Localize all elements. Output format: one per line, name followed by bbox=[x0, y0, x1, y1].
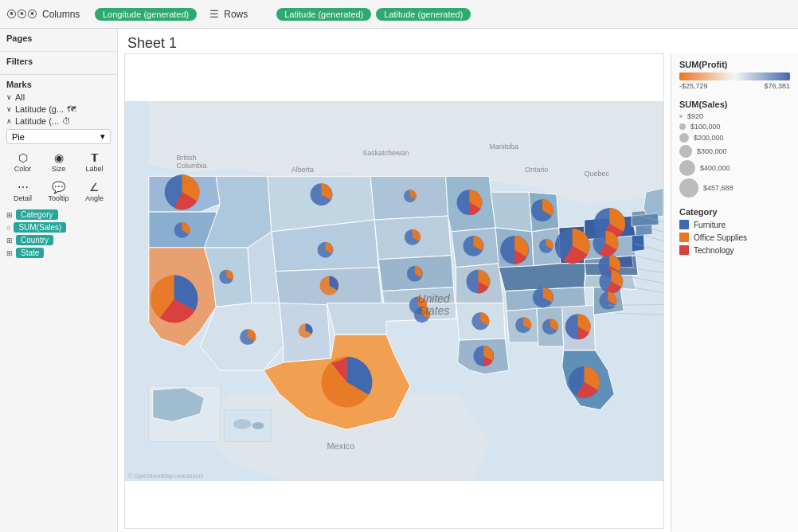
detail-button[interactable]: ⋯ Detail bbox=[6, 178, 39, 205]
furniture-swatch bbox=[679, 220, 689, 229]
list-item: $300,000 bbox=[679, 145, 790, 158]
furniture-label: Furniture bbox=[694, 221, 726, 229]
sum-sales-shelf-icon: ○ bbox=[6, 224, 10, 232]
list-item: $200,000 bbox=[679, 133, 790, 143]
columns-section: ⦿⦿⦿ Columns Longitude (generated) bbox=[6, 8, 197, 21]
list-item: ⊞ State bbox=[6, 248, 111, 258]
marks-section: Marks ∨ All ∨ Latitude (g... 🗺 ∧ Latitud… bbox=[0, 75, 117, 263]
columns-label: Columns bbox=[42, 9, 90, 20]
detail-icon: ⋯ bbox=[18, 181, 29, 194]
svg-text:United: United bbox=[418, 292, 451, 305]
all-row: ∨ All bbox=[6, 92, 111, 102]
sales-100k: $100,000 bbox=[690, 123, 721, 131]
dropdown-chevron-icon: ▾ bbox=[100, 131, 105, 142]
state-tag[interactable]: State bbox=[16, 248, 44, 258]
category-shelf-icon: ⊞ bbox=[6, 211, 13, 219]
columns-icon: ⦿⦿⦿ bbox=[6, 8, 37, 20]
list-item: ⊞ Category bbox=[6, 209, 111, 220]
list-item: ⊞ Country bbox=[6, 235, 111, 245]
color-label: Color bbox=[14, 165, 32, 173]
angle-label: Angle bbox=[85, 194, 104, 202]
list-item: $457,688 bbox=[679, 178, 790, 198]
marks-buttons: ⬡ Color ◉ Size 𝗧 Label ⋯ Detail bbox=[6, 149, 111, 205]
all-label: All bbox=[15, 92, 25, 102]
sales-457k: $457,688 bbox=[703, 184, 733, 192]
clock-icon: ⏱ bbox=[62, 116, 71, 126]
size-dot-medlg bbox=[679, 145, 692, 158]
svg-text:British: British bbox=[177, 154, 197, 162]
sidebar: Pages Filters Marks ∨ All ∨ Latitude (g.… bbox=[0, 29, 118, 532]
latitude-g-row: ∨ Latitude (g... 🗺 bbox=[6, 104, 111, 114]
latitude-g-label: Latitude (g... bbox=[15, 104, 64, 114]
svg-text:Mexico: Mexico bbox=[327, 441, 355, 451]
size-dot-xlg bbox=[679, 178, 698, 198]
marks-type-dropdown[interactable]: Pie ▾ bbox=[6, 129, 111, 144]
state-shelf-icon: ⊞ bbox=[6, 249, 13, 257]
svg-text:Ontario: Ontario bbox=[525, 166, 548, 174]
lat-g-chevron: ∨ bbox=[6, 105, 12, 113]
profit-gradient-labels: -$25,729 $76,381 bbox=[679, 82, 790, 90]
tooltip-icon: 💬 bbox=[52, 181, 65, 194]
map-svg: United States British Columbia Saskatche… bbox=[125, 54, 663, 528]
size-dot-tiny bbox=[679, 115, 683, 118]
pages-section: Pages bbox=[0, 29, 117, 52]
sales-920: $920 bbox=[687, 112, 703, 120]
profit-gradient-bar bbox=[679, 72, 790, 80]
toolbar: ⦿⦿⦿ Columns Longitude (generated) ☰ Rows… bbox=[0, 0, 798, 29]
technology-swatch bbox=[679, 245, 689, 255]
size-dot-small bbox=[679, 123, 686, 130]
latitude-row: ∧ Latitude (... ⏱ bbox=[6, 116, 111, 126]
profit-legend-title: SUM(Profit) bbox=[679, 60, 790, 69]
color-button[interactable]: ⬡ Color bbox=[6, 149, 39, 175]
list-item: $920 bbox=[679, 112, 790, 120]
sales-300k: $300,000 bbox=[697, 147, 727, 155]
country-tag[interactable]: Country bbox=[16, 235, 53, 245]
shelf-items: ⊞ Category ○ SUM(Sales) ⊞ Country ⊞ Stat… bbox=[6, 209, 111, 258]
latitude-pill-1[interactable]: Latitude (generated) bbox=[276, 8, 371, 21]
sheet-title: Sheet 1 bbox=[118, 29, 798, 53]
rows-section: ☰ Rows Latitude (generated) Latitude (ge… bbox=[209, 8, 471, 21]
map-icon: 🗺 bbox=[67, 104, 76, 114]
tooltip-button[interactable]: 💬 Tooltip bbox=[42, 178, 75, 205]
content-area: Sheet 1 bbox=[118, 29, 798, 532]
sales-200k: $200,000 bbox=[694, 134, 724, 142]
marks-title: Marks bbox=[6, 80, 111, 89]
category-tag[interactable]: Category bbox=[16, 209, 58, 220]
pages-title: Pages bbox=[6, 33, 111, 43]
office-supplies-swatch bbox=[679, 233, 689, 242]
list-item: Office Supplies bbox=[679, 233, 790, 242]
list-item: Furniture bbox=[679, 220, 790, 229]
size-button[interactable]: ◉ Size bbox=[42, 149, 75, 175]
svg-text:© OpenStreetMap contributors: © OpenStreetMap contributors bbox=[128, 473, 204, 479]
sum-sales-tag[interactable]: SUM(Sales) bbox=[14, 222, 66, 233]
profit-min-label: -$25,729 bbox=[679, 82, 708, 90]
all-chevron: ∨ bbox=[6, 93, 12, 101]
category-items: Furniture Office Supplies Technology bbox=[679, 220, 790, 255]
longitude-pill[interactable]: Longitude (generated) bbox=[95, 8, 197, 21]
office-supplies-label: Office Supplies bbox=[694, 233, 747, 242]
map-container[interactable]: United States British Columbia Saskatche… bbox=[124, 53, 664, 529]
sales-400k: $400,000 bbox=[700, 164, 730, 172]
sales-legend-title: SUM(Sales) bbox=[679, 100, 790, 109]
latitude-pill-2[interactable]: Latitude (generated) bbox=[376, 8, 471, 21]
svg-point-3 bbox=[233, 419, 252, 430]
tooltip-label: Tooltip bbox=[48, 194, 68, 202]
label-label: Label bbox=[85, 165, 103, 173]
svg-point-4 bbox=[252, 422, 264, 430]
detail-label: Detail bbox=[14, 194, 32, 202]
size-legend: $920 $100,000 $200,000 bbox=[679, 112, 790, 198]
svg-text:Manitoba: Manitoba bbox=[489, 143, 518, 151]
profit-max-label: $76,381 bbox=[764, 82, 790, 90]
profit-legend: SUM(Profit) -$25,729 $76,381 bbox=[679, 60, 790, 90]
list-item: ○ SUM(Sales) bbox=[6, 222, 111, 233]
svg-text:Saskatchewan: Saskatchewan bbox=[362, 149, 409, 157]
label-button[interactable]: 𝗧 Label bbox=[78, 149, 111, 175]
lat-chevron: ∧ bbox=[6, 117, 12, 125]
size-icon: ◉ bbox=[54, 151, 64, 164]
country-shelf-icon: ⊞ bbox=[6, 237, 13, 244]
category-legend: Category Furniture Office Supplies bbox=[679, 207, 790, 255]
latitude-label: Latitude (... bbox=[15, 116, 59, 126]
sales-legend: SUM(Sales) $920 $100,000 bbox=[679, 100, 790, 198]
legend-panel: SUM(Profit) -$25,729 $76,381 SUM(Sales) bbox=[671, 53, 798, 532]
angle-button[interactable]: ∠ Angle bbox=[78, 178, 111, 205]
